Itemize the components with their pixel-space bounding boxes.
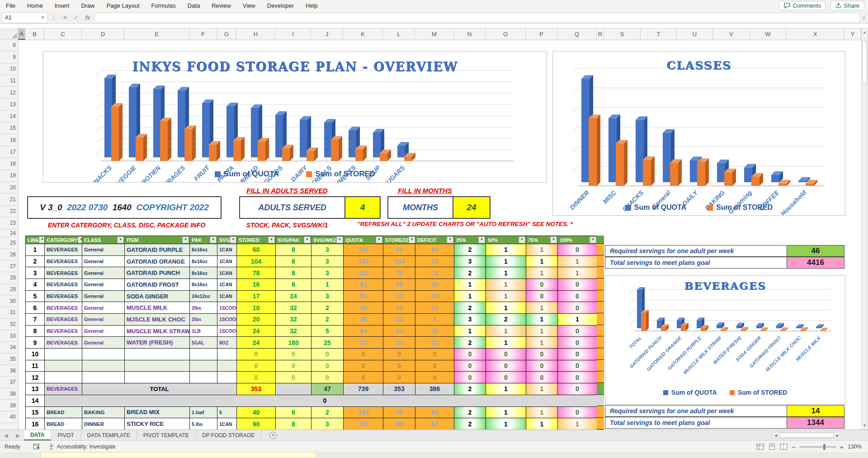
- svg-wk2-total-cell[interactable]: 47: [311, 383, 344, 395]
- column-header-H[interactable]: H: [236, 28, 275, 40]
- row-header-19[interactable]: 19: [0, 170, 18, 182]
- column-header-L[interactable]: L: [383, 28, 415, 40]
- svg-cell[interactable]: 8OZ: [217, 337, 237, 349]
- deficit-cell[interactable]: 50: [415, 256, 454, 268]
- stored2-cell[interactable]: 104: [383, 256, 415, 268]
- column-header-M[interactable]: M: [415, 28, 454, 40]
- svg-wk2-cell[interactable]: 25: [311, 337, 344, 349]
- pct-cell[interactable]: 1: [486, 279, 526, 291]
- quota-cell[interactable]: 57: [344, 337, 383, 349]
- class-cell[interactable]: General: [82, 337, 125, 349]
- stored-cell[interactable]: 104: [237, 256, 276, 268]
- scroll-right-icon[interactable]: ▶: [835, 432, 841, 438]
- class-cell[interactable]: General: [82, 279, 125, 291]
- share-button[interactable]: Share: [830, 1, 864, 10]
- stored2-cell[interactable]: 60: [383, 244, 415, 256]
- filter-icon[interactable]: ▼: [117, 236, 124, 243]
- svg-wk2-cell[interactable]: 1: [311, 279, 344, 291]
- pak-cell[interactable]: [190, 349, 217, 360]
- pct-cell[interactable]: 0: [526, 349, 558, 360]
- table-header-catergory[interactable]: CATERGORY▼: [45, 236, 82, 244]
- svg-cell[interactable]: 1SCOOP: [217, 326, 237, 337]
- column-header-S[interactable]: S: [604, 28, 641, 40]
- menu-draw[interactable]: Draw: [75, 0, 100, 12]
- svg-wk2-cell[interactable]: 3: [311, 244, 344, 256]
- line-cell[interactable]: 4: [26, 279, 45, 291]
- table-header-pak[interactable]: PAK▼: [190, 236, 217, 244]
- quota-cell[interactable]: 0: [344, 349, 383, 360]
- pct-cell[interactable]: 1: [526, 267, 558, 279]
- class-cell[interactable]: General: [82, 302, 125, 314]
- tab-scroll-left-icon[interactable]: ◀: [0, 430, 12, 441]
- svg-cell[interactable]: [217, 360, 237, 372]
- row-header-9[interactable]: 9: [0, 51, 18, 63]
- table-header-deficit[interactable]: DEFICIT▼: [415, 236, 454, 244]
- class-cell[interactable]: General: [82, 314, 125, 326]
- class-cell[interactable]: [82, 349, 125, 360]
- column-header-W[interactable]: W: [750, 28, 786, 40]
- filter-icon[interactable]: ▼: [78, 236, 82, 243]
- quota-cell[interactable]: 0: [344, 372, 383, 383]
- quota-cell[interactable]: 51: [344, 279, 383, 291]
- pak-cell[interactable]: 24x12oz: [190, 291, 217, 302]
- column-header-R[interactable]: R: [597, 28, 604, 40]
- pct-cell[interactable]: 1: [558, 267, 597, 279]
- table-header-stored2[interactable]: STORED2▼: [383, 236, 415, 244]
- svg-pak-cell[interactable]: 8: [276, 267, 311, 279]
- pct-cell[interactable]: 2: [486, 314, 526, 326]
- svg-cell[interactable]: 1SCOOP: [217, 302, 237, 314]
- item-cell[interactable]: GATORAID PURPLE: [125, 244, 190, 256]
- pct-cell[interactable]: 0: [558, 302, 597, 314]
- pct-cell[interactable]: 1: [526, 383, 558, 395]
- pct-cell[interactable]: 3: [454, 256, 486, 268]
- svg-wk2-cell[interactable]: 3: [311, 418, 344, 430]
- pct-cell[interactable]: 1: [486, 256, 526, 268]
- row-header-36[interactable]: 36: [0, 365, 18, 377]
- deficit-cell[interactable]: 6: [415, 314, 454, 326]
- stored-cell[interactable]: 17: [237, 291, 276, 302]
- svg-pak-cell[interactable]: 0: [276, 372, 311, 383]
- category-cell[interactable]: BEVERAGES: [45, 291, 82, 302]
- stored2-cell[interactable]: 10: [383, 302, 415, 314]
- row-header-38[interactable]: 38: [0, 388, 18, 400]
- menu-home[interactable]: Home: [21, 0, 49, 12]
- row-header-28[interactable]: 28: [0, 272, 18, 284]
- table-header-class[interactable]: CLASS▼: [82, 236, 125, 244]
- column-header-K[interactable]: K: [343, 28, 383, 40]
- pct-cell[interactable]: 1: [558, 256, 597, 268]
- filter-icon[interactable]: ▼: [519, 236, 525, 243]
- quota-cell[interactable]: 26: [344, 302, 383, 314]
- total-label-cell[interactable]: TOTAL: [82, 383, 237, 395]
- line-cell[interactable]: 10: [26, 349, 45, 360]
- row-header-11[interactable]: 11: [0, 75, 18, 87]
- accessibility-status[interactable]: Accessibility: Investigate: [57, 444, 116, 450]
- pak-cell[interactable]: [190, 360, 217, 372]
- svg-cell[interactable]: 1CAN: [217, 244, 237, 256]
- svg-cell[interactable]: 1CAN: [217, 291, 237, 302]
- column-header-B[interactable]: B: [25, 28, 44, 40]
- svg-cell[interactable]: 1CAN: [217, 256, 237, 268]
- row-header-25[interactable]: 25: [0, 237, 18, 249]
- pct-cell[interactable]: 1: [486, 337, 526, 349]
- pct-cell[interactable]: 1: [558, 418, 597, 430]
- pct-cell[interactable]: 0: [526, 291, 558, 302]
- row-header-8[interactable]: 8: [0, 39, 18, 51]
- row-header-13[interactable]: 13: [0, 99, 18, 110]
- column-header-I[interactable]: I: [275, 28, 311, 40]
- category-cell[interactable]: BEVERAGES: [45, 302, 82, 314]
- item-cell[interactable]: [125, 360, 190, 372]
- stored-cell[interactable]: 78: [237, 267, 276, 279]
- pct-cell[interactable]: 0: [558, 326, 597, 337]
- scroll-left-icon[interactable]: ◀: [773, 432, 779, 438]
- menu-page-layout[interactable]: Page Layout: [101, 0, 146, 12]
- expand-formula-bar-icon[interactable]: ˅: [863, 15, 865, 20]
- menu-view[interactable]: View: [237, 0, 261, 12]
- pct-cell[interactable]: 2: [454, 337, 486, 349]
- pct-cell[interactable]: 0: [558, 372, 597, 383]
- item-cell[interactable]: WATER (FRESH): [125, 337, 190, 349]
- svg-pak-cell[interactable]: 180: [276, 337, 311, 349]
- pct-cell[interactable]: 1: [486, 383, 526, 395]
- column-header-P[interactable]: P: [526, 28, 557, 40]
- category-cell[interactable]: [45, 372, 82, 383]
- table-header-stored[interactable]: STORED▼: [237, 236, 276, 244]
